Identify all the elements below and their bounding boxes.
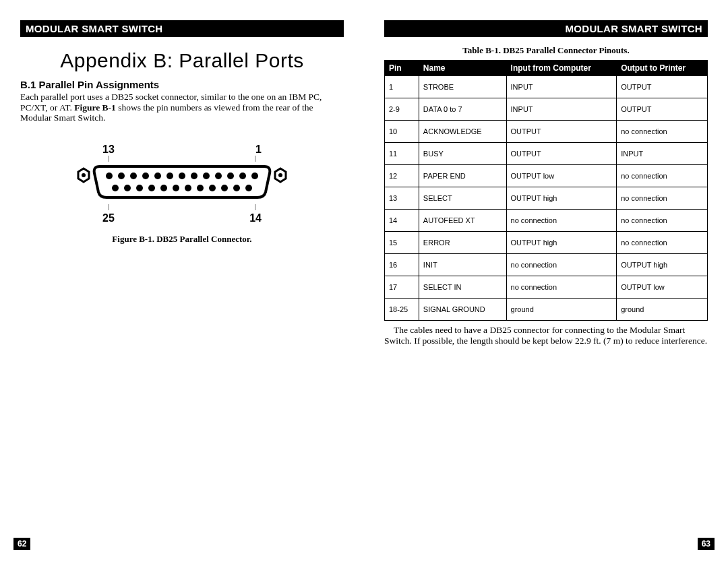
table-cell: ground — [506, 299, 617, 321]
svg-point-4 — [106, 173, 113, 179]
left-page: MODULAR SMART SWITCH Appendix B: Paralle… — [0, 0, 364, 562]
figure-ref: Figure B-1 — [74, 102, 116, 113]
table-cell: INPUT — [506, 76, 617, 98]
table-cell: PAPER END — [419, 165, 506, 187]
table-cell: OUTPUT high — [506, 187, 617, 210]
pin-label-14: 14 — [249, 212, 262, 224]
table-cell: no connection — [617, 121, 708, 143]
pin-labels-bottom: 25 14 — [61, 212, 303, 224]
db25-figure: 13 1 || || 25 14 — [61, 144, 303, 224]
table-cell: no connection — [506, 210, 617, 232]
table-cell: 12 — [385, 165, 419, 187]
table-row: 18-25SIGNAL GROUNDgroundground — [385, 299, 708, 321]
pin-labels-top: 13 1 — [61, 144, 303, 156]
table-cell: 15 — [385, 232, 419, 254]
table-cell: ground — [617, 299, 708, 321]
svg-point-18 — [124, 185, 131, 191]
table-cell: 10 — [385, 121, 419, 143]
table-cell: no connection — [617, 210, 708, 232]
table-row: 12PAPER ENDOUTPUT lowno connection — [385, 165, 708, 187]
table-row: 13SELECTOUTPUT highno connection — [385, 187, 708, 210]
page-number-right: 63 — [698, 538, 715, 550]
section-heading: B.1 Parallel Pin Assignments — [20, 79, 344, 90]
svg-point-24 — [197, 185, 204, 191]
table-row: 17SELECT INno connectionOUTPUT low — [385, 276, 708, 299]
svg-point-20 — [148, 185, 155, 191]
svg-point-6 — [130, 173, 137, 179]
header-bar-right: MODULAR SMART SWITCH — [384, 20, 708, 37]
tick-row-bottom: || — [61, 204, 303, 212]
svg-point-5 — [118, 173, 125, 179]
svg-point-10 — [179, 173, 185, 179]
table-cell: STROBE — [419, 76, 506, 98]
table-cell: no connection — [506, 254, 617, 276]
table-cell: 1 — [385, 76, 419, 98]
svg-point-16 — [251, 173, 258, 179]
svg-point-22 — [173, 185, 179, 191]
table-cell: no connection — [617, 232, 708, 254]
table-row: 10ACKNOWLEDGEOUTPUTno connection — [385, 121, 708, 143]
svg-point-17 — [112, 185, 119, 191]
pin-label-1: 1 — [255, 144, 262, 156]
table-cell: no connection — [506, 276, 617, 299]
table-header-row: Pin Name Input from Computer Output to P… — [385, 61, 708, 76]
table-cell: 13 — [385, 187, 419, 210]
svg-point-8 — [154, 173, 161, 179]
table-row: 1STROBEINPUTOUTPUT — [385, 76, 708, 98]
svg-point-14 — [227, 173, 234, 179]
table-caption: Table B-1. DB25 Parallel Connector Pinou… — [384, 45, 708, 56]
svg-point-1 — [82, 173, 86, 177]
table-cell: INPUT — [506, 98, 617, 121]
header-bar-left: MODULAR SMART SWITCH — [20, 20, 344, 37]
tick-row-top: || — [61, 156, 303, 164]
table-cell: OUTPUT high — [506, 232, 617, 254]
intro-paragraph: Each parallel port uses a DB25 socket co… — [20, 92, 344, 123]
page-number-left: 62 — [13, 538, 30, 550]
table-cell: OUTPUT low — [506, 165, 617, 187]
table-row: 11BUSYOUTPUTINPUT — [385, 143, 708, 165]
table-cell: 17 — [385, 276, 419, 299]
table-cell: 14 — [385, 210, 419, 232]
table-cell: ACKNOWLEDGE — [419, 121, 506, 143]
table-cell: SELECT IN — [419, 276, 506, 299]
cable-note: The cables need to have a DB25 connector… — [384, 325, 708, 346]
svg-point-19 — [136, 185, 143, 191]
table-cell: OUTPUT low — [617, 276, 708, 299]
svg-point-26 — [221, 185, 228, 191]
svg-point-28 — [245, 185, 252, 191]
table-cell: 16 — [385, 254, 419, 276]
svg-point-21 — [160, 185, 167, 191]
table-cell: OUTPUT high — [617, 254, 708, 276]
table-cell: OUTPUT — [617, 76, 708, 98]
svg-point-25 — [209, 185, 216, 191]
pin-label-25: 25 — [102, 212, 115, 224]
pinout-table: Pin Name Input from Computer Output to P… — [384, 60, 708, 321]
table-cell: no connection — [617, 165, 708, 187]
col-pin: Pin — [385, 61, 419, 76]
table-cell: INIT — [419, 254, 506, 276]
figure-caption: Figure B-1. DB25 Parallel Connector. — [20, 234, 344, 245]
table-cell: no connection — [617, 187, 708, 210]
col-input: Input from Computer — [506, 61, 617, 76]
col-name: Name — [419, 61, 506, 76]
table-cell: SELECT — [419, 187, 506, 210]
right-page: MODULAR SMART SWITCH Table B-1. DB25 Par… — [364, 0, 728, 562]
svg-point-7 — [142, 173, 149, 179]
svg-point-23 — [185, 185, 191, 191]
table-cell: INPUT — [617, 143, 708, 165]
table-cell: AUTOFEED XT — [419, 210, 506, 232]
table-cell: OUTPUT — [506, 121, 617, 143]
svg-point-3 — [278, 173, 282, 177]
table-cell: OUTPUT — [506, 143, 617, 165]
svg-point-27 — [233, 185, 240, 191]
table-row: 2-9DATA 0 to 7INPUTOUTPUT — [385, 98, 708, 121]
table-cell: OUTPUT — [617, 98, 708, 121]
svg-point-9 — [166, 173, 173, 179]
table-row: 16INITno connectionOUTPUT high — [385, 254, 708, 276]
table-cell: 18-25 — [385, 299, 419, 321]
db25-connector-icon — [67, 164, 297, 201]
col-output: Output to Printer — [617, 61, 708, 76]
table-cell: ERROR — [419, 232, 506, 254]
svg-point-15 — [239, 173, 246, 179]
table-row: 15ERROROUTPUT highno connection — [385, 232, 708, 254]
